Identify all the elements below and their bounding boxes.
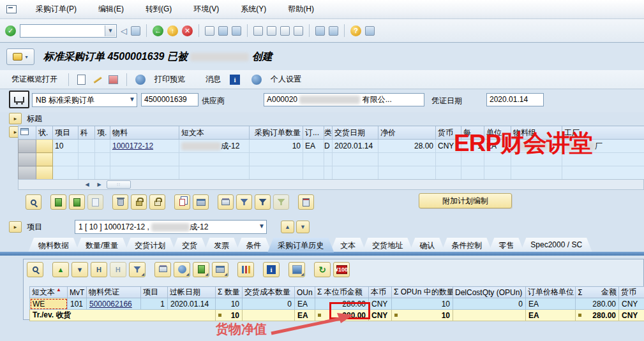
menu-item-environment[interactable]: 环境(V) (191, 3, 221, 16)
print-preview-icon[interactable]: ◢ (174, 262, 190, 277)
change-pencil-icon[interactable] (92, 75, 102, 85)
material-doc-link[interactable]: 5000062166 (89, 300, 132, 308)
col-delivery-cost-qty[interactable]: 交货成本数量 (243, 287, 295, 298)
menu-item-help[interactable]: 帮助(H) (285, 3, 317, 16)
history-views-icon[interactable]: ◢ (288, 262, 305, 277)
filter-settings-icon[interactable] (255, 194, 271, 210)
create-document-icon[interactable] (77, 75, 86, 85)
details-icon[interactable] (27, 262, 43, 277)
display-other-document-icon[interactable] (109, 75, 118, 84)
col-cat[interactable]: 类 (324, 126, 333, 140)
tab-quantities-weights[interactable]: 数量/重量 (75, 238, 128, 252)
back-icon[interactable]: ← (153, 25, 163, 36)
copy-item-icon[interactable] (87, 194, 103, 210)
vendor-field[interactable]: A000020 有限公... (264, 93, 424, 106)
currency-icon[interactable]: ¥100 (333, 262, 350, 277)
col-amount[interactable]: Σ金额 (576, 287, 619, 298)
refresh-icon[interactable]: ↻ (314, 262, 331, 277)
col-status[interactable]: 状. (36, 126, 53, 140)
customize-layout-icon[interactable] (365, 26, 375, 36)
tab-confirmations[interactable]: 确认 (409, 238, 445, 252)
layout-icon[interactable]: ◢ (212, 262, 228, 277)
scrollbar-grip[interactable]: ∷ (107, 180, 131, 189)
row-selector[interactable] (19, 166, 36, 180)
new-session-icon[interactable] (315, 26, 325, 36)
previous-item-button[interactable]: ▲ (281, 221, 294, 233)
details-icon[interactable] (26, 194, 41, 210)
tab-material-data[interactable]: 物料数据 (28, 238, 79, 252)
short-text-cell[interactable]: WE (30, 298, 68, 310)
row-selector[interactable] (19, 153, 36, 166)
next-item-button[interactable]: ▼ (296, 221, 310, 233)
material-doc-cell[interactable]: 5000062166 (87, 298, 141, 310)
first-page-icon[interactable] (253, 26, 263, 36)
back-triangle-icon[interactable]: ◁ (121, 26, 127, 36)
col-material[interactable]: 物料 (110, 126, 179, 140)
schedule-settings-icon[interactable] (193, 194, 209, 210)
filter-icon[interactable] (236, 194, 252, 210)
status-cell[interactable] (36, 140, 53, 153)
enter-icon[interactable]: ✓ (5, 25, 16, 36)
print-icon[interactable] (154, 262, 171, 277)
col-order-price-unit[interactable]: 订单价格单位 (526, 287, 576, 298)
tab-condition-control[interactable]: 条件控制 (441, 238, 492, 252)
col-currency[interactable]: 货币 (619, 287, 644, 298)
filter-icon[interactable]: ◢ (129, 262, 146, 277)
find-icon[interactable]: H (91, 262, 107, 277)
row-selector[interactable] (19, 140, 36, 153)
col-short-text[interactable]: 短文本 (179, 126, 250, 140)
col-delcost-opun[interactable]: DelCostQty (OPUn) (453, 287, 526, 298)
personal-settings-icon[interactable] (251, 75, 262, 85)
insert-item-icon[interactable] (50, 194, 66, 210)
tab-texts[interactable]: 文本 (330, 238, 366, 252)
tab-po-history[interactable]: 采购订单历史 (267, 238, 334, 252)
col-material-doc[interactable]: 物料凭证 (87, 287, 141, 298)
delete-item-icon[interactable] (112, 194, 128, 210)
tab-conditions[interactable]: 条件 (236, 238, 271, 252)
scroll-right-icon[interactable]: ▶ (94, 180, 104, 189)
status-cell[interactable] (36, 153, 53, 166)
material-link[interactable]: 1000172-12 (112, 141, 153, 150)
menu-item-purchase-order[interactable]: 采购订单(P) (33, 3, 79, 16)
order-type-select[interactable]: NB 标准采购订单 ▼ (32, 93, 137, 107)
info-icon[interactable]: i (263, 262, 280, 277)
col-oun[interactable]: OUn (295, 287, 315, 298)
last-page-icon[interactable] (294, 26, 303, 36)
menu-item-goto[interactable]: 转到(G) (143, 3, 174, 16)
save-icon[interactable] (131, 26, 140, 36)
tab-invoice[interactable]: 发票 (204, 238, 239, 252)
item-select[interactable]: 1 [ 10 ] 1000172-12 , 成-12 ▼ (75, 220, 267, 234)
services-for-object-button[interactable]: ▾ (6, 48, 34, 65)
export-icon[interactable]: ◢ (193, 262, 209, 277)
command-field[interactable]: ▼ (20, 24, 117, 38)
previous-page-icon[interactable] (267, 26, 276, 36)
col-info[interactable]: 项. (95, 126, 110, 140)
additional-planning-button[interactable]: 附加计划编制 (419, 193, 512, 208)
col-qty[interactable]: Σ 数量 (216, 287, 243, 298)
find-next-icon[interactable]: H (110, 262, 126, 277)
doc-date-field[interactable]: 2020.01.14 (486, 93, 544, 106)
system-menu-icon[interactable] (6, 5, 17, 13)
print-icon[interactable] (205, 26, 214, 36)
row-selector-header[interactable] (19, 126, 36, 140)
col-oun[interactable]: 订... (303, 126, 324, 140)
col-delivery-date[interactable]: 交货日期 (333, 126, 378, 140)
clipboard-icon[interactable] (298, 194, 314, 210)
col-po-quantity[interactable]: 采购订单数量 (250, 126, 303, 140)
menu-item-system[interactable]: 系统(Y) (238, 3, 269, 16)
personal-settings-button[interactable]: 个人设置 (268, 73, 304, 86)
cart-icon[interactable] (9, 91, 29, 108)
cancel-icon[interactable]: ✕ (182, 25, 193, 36)
messages-button[interactable]: 消息 (203, 73, 223, 86)
chevron-down-icon[interactable]: ▼ (105, 25, 116, 36)
exit-icon[interactable]: ↑ (167, 25, 178, 36)
tab-spec2000[interactable]: Spec2000 / SC (520, 238, 592, 252)
unlock-item-icon[interactable] (149, 194, 165, 210)
next-page-icon[interactable] (280, 26, 290, 36)
document-overview-button[interactable]: 凭证概览打开 (9, 73, 60, 86)
find-next-icon[interactable] (232, 26, 241, 36)
find-icon[interactable] (218, 26, 228, 36)
col-amount-lc[interactable]: Σ 本位币金额 (315, 287, 369, 298)
lock-item-icon[interactable] (131, 194, 147, 210)
col-acct[interactable]: 科 (79, 126, 95, 140)
